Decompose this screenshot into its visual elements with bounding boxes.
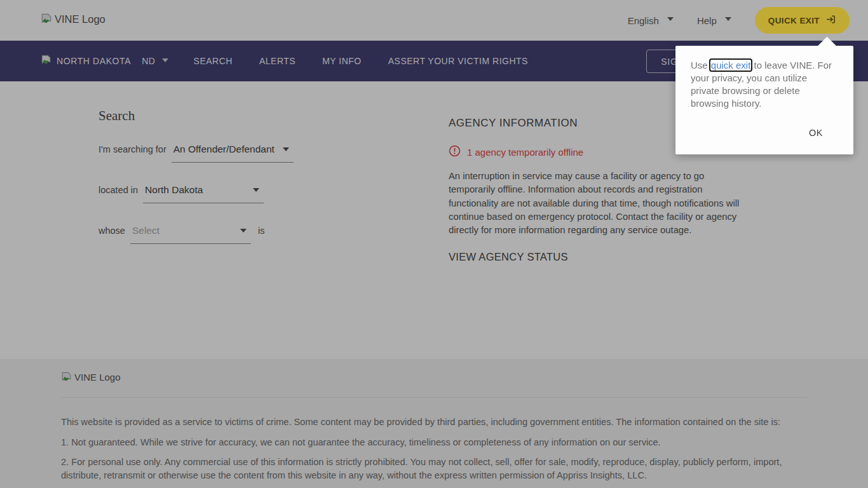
- tooltip-text: Use quick exit to leave VINE. For your p…: [691, 59, 838, 110]
- quick-exit-button-label: QUICK EXIT: [768, 16, 820, 25]
- exit-icon: [825, 14, 836, 27]
- quick-exit-tooltip: Use quick exit to leave VINE. For your p…: [675, 46, 853, 154]
- quick-exit-link[interactable]: quick exit: [710, 60, 752, 71]
- tooltip-text-before: Use: [691, 60, 710, 71]
- tooltip-ok-button[interactable]: OK: [809, 128, 823, 138]
- quick-exit-button[interactable]: QUICK EXIT: [755, 7, 850, 34]
